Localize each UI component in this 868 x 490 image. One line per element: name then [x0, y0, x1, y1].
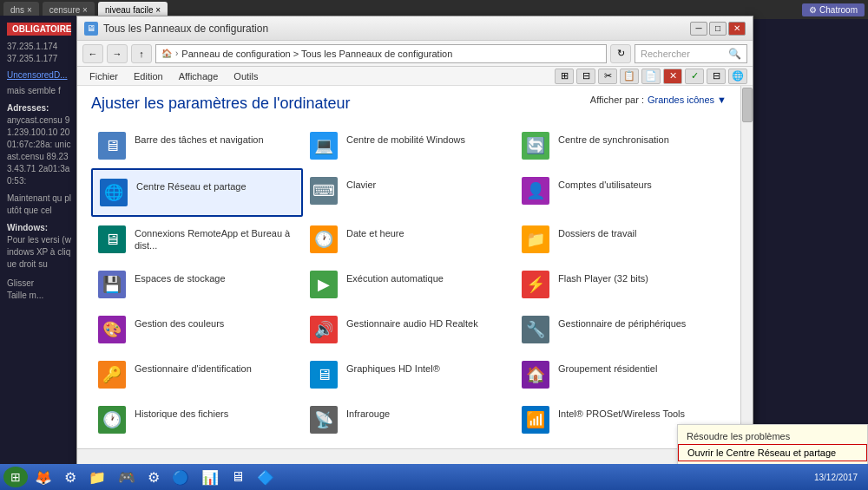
cp-icon-9: 💾: [96, 269, 128, 300]
cp-label-5: Comptes d'utilisateurs: [558, 175, 652, 191]
taskbar-item-1[interactable]: 🦊: [30, 467, 57, 487]
search-icon[interactable]: 🔍: [728, 48, 741, 60]
cp-item-14[interactable]: 🔧Gestionnaire de périphériques: [515, 307, 727, 352]
cp-icon-2: 🔄: [520, 130, 551, 161]
left-chat-panel: OBLIGATOIRE 37.235.1.174 37.235.1.177 Un…: [0, 16, 78, 467]
cp-icon-3: 🌐: [98, 177, 129, 208]
toolbar-globe[interactable]: 🌐: [728, 69, 747, 84]
cp-item-11[interactable]: ⚡Flash Player (32 bits): [515, 262, 727, 307]
taskbar-item-3[interactable]: 📁: [83, 467, 111, 487]
cp-item-8[interactable]: 📁Dossiers de travail: [515, 217, 727, 262]
cp-item-6[interactable]: 🖥Connexions RemoteApp et Bureau à dist..…: [91, 217, 303, 262]
tooltip-item-1[interactable]: Résoudre les problèmes: [678, 428, 867, 444]
taskbar-item-6[interactable]: 🔵: [167, 467, 194, 487]
taskbar-item-4[interactable]: 🎮: [113, 467, 141, 487]
toolbar-btn-1[interactable]: ⊞: [555, 69, 574, 84]
cp-item-5[interactable]: 👤Comptes d'utilisateurs: [515, 168, 727, 217]
left-section-link[interactable]: UncensoredD...: [7, 70, 71, 80]
forward-button[interactable]: →: [107, 44, 128, 63]
cp-item-16[interactable]: 🖥Graphiques HD Intel®: [303, 352, 515, 397]
cp-label-19: Infrarouge: [346, 404, 390, 420]
maximize-button[interactable]: □: [709, 22, 727, 36]
address-home-icon: 🏠: [161, 49, 172, 58]
window-app-icon: 🖥: [84, 22, 98, 36]
toolbar-paste[interactable]: 📄: [641, 69, 661, 84]
cp-item-0[interactable]: 🖥Barre des tâches et navigation: [91, 123, 303, 168]
cp-item-10[interactable]: ▶Exécution automatique: [303, 262, 515, 307]
page-header: Ajuster les paramètres de l'ordinateur A…: [91, 95, 727, 113]
toolbar-delete[interactable]: ✕: [663, 69, 682, 84]
cp-item-21[interactable]: ☕Java (32 bits): [91, 442, 303, 448]
cp-icon-6: 🖥: [96, 224, 128, 255]
cp-label-16: Graphiques HD Intel®: [346, 359, 440, 375]
address-separator: ›: [175, 49, 178, 58]
menu-outils[interactable]: Outils: [227, 69, 265, 83]
cp-item-22[interactable]: 🌍Langue: [303, 442, 515, 448]
menu-affichage[interactable]: Affichage: [172, 69, 226, 83]
up-button[interactable]: ↑: [131, 44, 152, 63]
cp-icon-20: 📶: [520, 404, 551, 435]
toolbar-btn-2[interactable]: ⊟: [576, 69, 595, 84]
taskbar-item-9[interactable]: 🔷: [252, 467, 279, 487]
minimize-button[interactable]: ─: [690, 22, 707, 36]
address-text: Panneau de configuration > Tous les Pann…: [181, 49, 452, 59]
left-section-addresses: Adresses: anycast.censu 91.239.100.10 20…: [7, 102, 71, 187]
cp-icon-4: ⌨: [308, 175, 339, 206]
cp-label-14: Gestionnaire de périphériques: [558, 314, 686, 330]
window-controls: ─ □ ✕: [690, 22, 746, 36]
cp-item-15[interactable]: 🔑Gestionnaire d'identification: [91, 352, 303, 397]
cp-item-7[interactable]: 🕐Date et heure: [303, 217, 515, 262]
cp-icon-13: 🔊: [308, 314, 339, 345]
tooltip-item-2[interactable]: Ouvrir le Centre Réseau et partage: [678, 444, 867, 461]
cp-label-0: Barre des tâches et navigation: [135, 130, 264, 146]
navigation-bar: ← → ↑ 🏠 › Panneau de configuration > Tou…: [77, 41, 753, 67]
left-section-text1: mais semble f: [7, 85, 71, 97]
toolbar-copy[interactable]: 📋: [620, 69, 639, 84]
cp-item-18[interactable]: 🕐Historique des fichiers: [91, 397, 303, 442]
toolbar-confirm[interactable]: ✓: [685, 69, 704, 84]
control-panel-grid: 🖥Barre des tâches et navigation💻Centre d…: [91, 123, 727, 448]
cp-item-4[interactable]: ⌨Clavier: [303, 168, 515, 217]
search-box[interactable]: Rechercher 🔍: [635, 44, 747, 63]
cp-item-1[interactable]: 💻Centre de mobilité Windows: [303, 123, 515, 168]
cp-item-17[interactable]: 🏠Groupement résidentiel: [515, 352, 727, 397]
cp-label-1: Centre de mobilité Windows: [346, 130, 465, 146]
cp-label-18: Historique des fichiers: [135, 404, 228, 420]
cp-label-9: Espaces de stockage: [135, 269, 226, 284]
address-bar[interactable]: 🏠 › Panneau de configuration > Tous les …: [155, 44, 607, 63]
cp-icon-18: 🕐: [96, 404, 128, 435]
cp-label-10: Exécution automatique: [346, 269, 444, 284]
window-title-bar: 🖥 Tous les Panneaux de configuration ─ □…: [77, 16, 753, 41]
main-panel: Ajuster les paramètres de l'ordinateur A…: [77, 86, 740, 448]
cp-label-2: Centre de synchronisation: [558, 130, 669, 146]
cp-item-3[interactable]: 🌐Centre Réseau et partage: [91, 168, 303, 217]
window-title: Tous les Panneaux de configuration: [103, 23, 685, 35]
taskbar-item-2[interactable]: ⚙: [59, 467, 82, 487]
scrollbar[interactable]: [740, 86, 753, 448]
view-options[interactable]: Afficher par : Grandes icônes ▼: [590, 95, 727, 105]
taskbar-item-8[interactable]: 🖥: [226, 467, 250, 487]
cp-icon-11: ⚡: [520, 269, 551, 300]
taskbar-item-7[interactable]: 📊: [196, 467, 224, 487]
taskbar-item-5[interactable]: ⚙: [142, 467, 165, 487]
start-button[interactable]: ⊞: [3, 467, 28, 487]
left-section-text2: Maintenant qu plutôt que cel: [7, 193, 71, 217]
cp-item-13[interactable]: 🔊Gestionnaire audio HD Realtek: [303, 307, 515, 352]
toolbar-cut[interactable]: ✂: [598, 69, 617, 84]
toolbar-btn-extra[interactable]: ⊟: [707, 69, 726, 84]
close-button[interactable]: ✕: [728, 22, 746, 36]
scrollbar-thumb[interactable]: [742, 88, 753, 122]
cp-icon-16: 🖥: [308, 359, 339, 390]
refresh-button[interactable]: ↻: [610, 44, 631, 63]
view-value[interactable]: Grandes icônes ▼: [648, 95, 727, 105]
cp-item-2[interactable]: 🔄Centre de synchronisation: [515, 123, 727, 168]
cp-item-9[interactable]: 💾Espaces de stockage: [91, 262, 303, 307]
menu-fichier[interactable]: Fichier: [82, 69, 125, 83]
cp-item-12[interactable]: 🎨Gestion des couleurs: [91, 307, 303, 352]
back-button[interactable]: ←: [82, 44, 103, 63]
cp-icon-14: 🔧: [520, 314, 551, 345]
menu-edition[interactable]: Edition: [127, 69, 170, 83]
cp-icon-12: 🎨: [96, 314, 128, 345]
chatroom-button[interactable]: ⚙ Chatroom: [802, 3, 865, 16]
cp-item-19[interactable]: 📡Infrarouge: [303, 397, 515, 442]
